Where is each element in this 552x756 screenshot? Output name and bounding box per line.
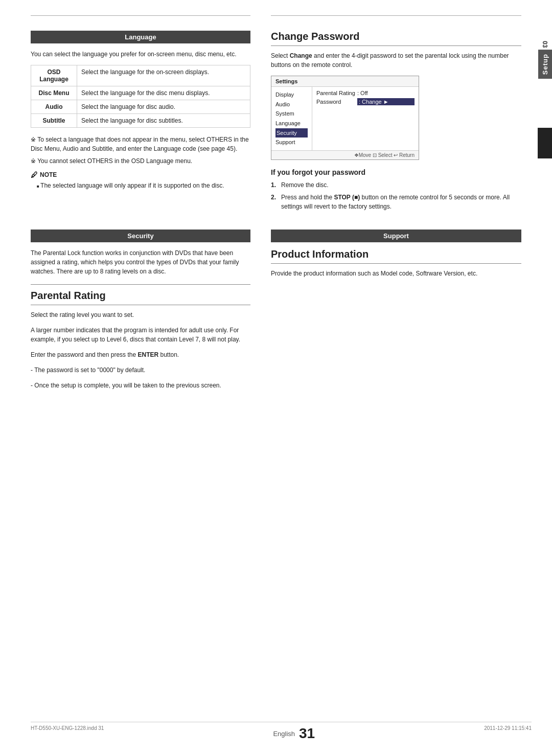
settings-menu-item: System: [275, 109, 308, 119]
lang-row-desc: Select the language for the disc menu di…: [77, 86, 250, 100]
bottom-col-right: Support Product Information Provide the …: [271, 230, 521, 396]
security-header: Security: [31, 230, 250, 242]
forgot-steps: 1.Remove the disc.2.Press and hold the S…: [271, 180, 521, 211]
lang-note-2: ※ You cannot select OTHERS in the OSD La…: [31, 156, 250, 166]
lang-row-desc: Select the language for disc audio.: [77, 100, 250, 114]
side-tab: 03 Setup: [538, 41, 552, 79]
settings-content-row: Password: Change ►: [316, 98, 415, 105]
language-table: OSD LanguageSelect the language for the …: [31, 65, 250, 128]
parental-bullet-2: - Once the setup is complete, you will b…: [31, 381, 250, 390]
side-tab-accent: [538, 128, 552, 158]
col-left: Language You can select the language you…: [31, 31, 250, 214]
settings-menu-item: Security: [275, 128, 308, 138]
change-password-body: Select Change and enter the 4-digit pass…: [271, 51, 521, 70]
language-notes: ※ To select a language that does not app…: [31, 135, 250, 166]
support-header: Support: [271, 230, 521, 242]
page-number-area: English 31: [273, 725, 315, 742]
footer-right: 2011-12-29 11:15:41: [484, 725, 532, 742]
parental-body-1: Select the rating level you want to set.: [31, 310, 250, 319]
language-header: Language: [31, 31, 250, 43]
forgot-step-1: 1.Remove the disc.: [271, 180, 521, 190]
settings-menu-item: Support: [275, 138, 308, 147]
content-row-value: : Change ►: [357, 98, 415, 105]
note-heading: 🖊 NOTE: [31, 171, 250, 179]
settings-menu-item: Language: [275, 119, 308, 128]
lang-row-desc: Select the language for disc subtitles.: [77, 114, 250, 128]
lang-note-1: ※ To select a language that does not app…: [31, 135, 250, 153]
lang-row-desc: Select the language for the on-screen di…: [77, 65, 250, 86]
top-border-right: [271, 15, 521, 16]
footer-left: HT-D550-XU-ENG-1228.indd 31: [31, 725, 104, 742]
top-border-left: [31, 15, 250, 16]
page-container: 03 Setup Language You can select the lan…: [0, 0, 552, 756]
page-footer: HT-D550-XU-ENG-1228.indd 31 English 31 2…: [31, 722, 532, 742]
content-row-value: : Off: [357, 90, 415, 96]
settings-box: Settings DisplayAudioSystemLanguageSecur…: [271, 76, 419, 160]
lang-table-row: OSD LanguageSelect the language for the …: [31, 65, 250, 86]
product-info-title: Product Information: [271, 248, 521, 264]
note-bullet-1: The selected language will only appear i…: [37, 182, 250, 189]
product-info-body: Provide the product information such as …: [271, 269, 521, 278]
parental-body-2: A larger number indicates that the progr…: [31, 326, 250, 344]
lang-table-row: SubtitleSelect the language for disc sub…: [31, 114, 250, 128]
settings-footer: ❖Move ⊡ Select ↩ Return: [271, 150, 419, 159]
bottom-two-col: Security The Parental Lock function work…: [31, 230, 521, 396]
parental-body-3: Enter the password and then press the EN…: [31, 350, 250, 359]
lang-row-label: OSD Language: [31, 65, 77, 86]
note-label: NOTE: [40, 171, 57, 178]
content-row-label: Parental Rating: [316, 90, 357, 96]
change-password-title: Change Password: [271, 31, 521, 46]
col-right: Change Password Select Change and enter …: [271, 31, 521, 214]
lang-table-row: AudioSelect the language for disc audio.: [31, 100, 250, 114]
chapter-number: 03: [541, 41, 548, 48]
content-row-label: Password: [316, 99, 357, 105]
forgot-password-title: If you forgot your password: [271, 168, 521, 176]
lang-table-row: Disc MenuSelect the language for the dis…: [31, 86, 250, 100]
page-number: 31: [299, 725, 315, 742]
settings-box-body: DisplayAudioSystemLanguageSecuritySuppor…: [271, 87, 419, 150]
parental-rating-section: Parental Rating Select the rating level …: [31, 284, 250, 390]
settings-menu: DisplayAudioSystemLanguageSecuritySuppor…: [271, 87, 312, 150]
lang-row-label: Disc Menu: [31, 86, 77, 100]
parental-rating-title: Parental Rating: [31, 290, 250, 305]
lang-row-label: Subtitle: [31, 114, 77, 128]
settings-menu-item: Display: [275, 90, 308, 100]
language-intro: You can select the language you prefer f…: [31, 50, 250, 59]
forgot-step-2: 2.Press and hold the STOP (■) button on …: [271, 193, 521, 211]
settings-content: Parental Rating: OffPassword: Change ►: [312, 87, 419, 150]
settings-content-row: Parental Rating: Off: [316, 90, 415, 96]
chapter-label: Setup: [538, 50, 552, 79]
settings-box-title: Settings: [271, 76, 419, 87]
page-lang-label: English: [273, 730, 295, 738]
note-icon: 🖊: [31, 171, 38, 179]
security-body: The Parental Lock function works in conj…: [31, 248, 250, 276]
parental-bullet-1: - The password is set to "0000" by defau…: [31, 365, 250, 375]
lang-row-label: Audio: [31, 100, 77, 114]
main-two-col: Language You can select the language you…: [31, 31, 521, 214]
note-list: The selected language will only appear i…: [31, 182, 250, 189]
settings-menu-item: Audio: [275, 100, 308, 109]
bottom-col-left: Security The Parental Lock function work…: [31, 230, 250, 396]
